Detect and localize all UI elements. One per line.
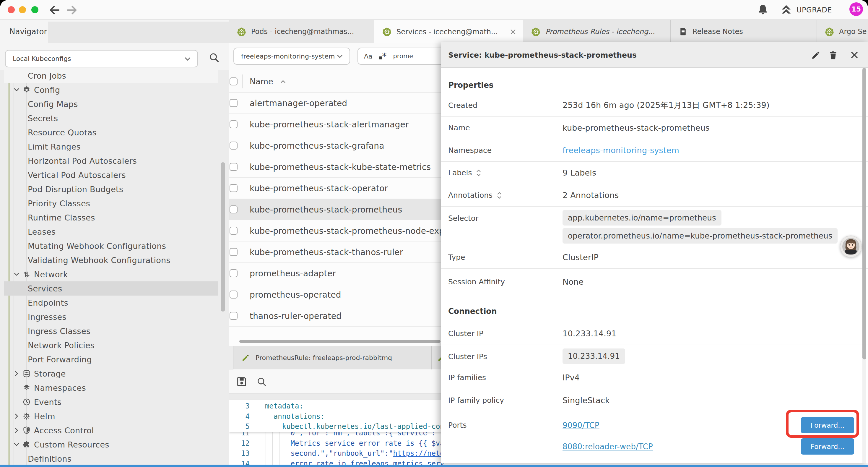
sidebar-item-config-maps[interactable]: Config Maps (4, 97, 218, 111)
sidebar-item-access-control[interactable]: Access Control (4, 423, 218, 437)
kubernetes-icon (825, 27, 834, 36)
sidebar-item-leases[interactable]: Leases (4, 225, 218, 239)
select-all-checkbox[interactable] (229, 78, 238, 85)
row-checkbox[interactable] (229, 227, 238, 235)
row-checkbox[interactable] (229, 269, 238, 277)
traffic-light-close[interactable] (8, 6, 15, 13)
sidebar-item-limit-ranges[interactable]: Limit Ranges (4, 140, 218, 154)
sidebar-item-port-forwarding[interactable]: Port Forwarding (4, 352, 218, 367)
upgrade-button[interactable]: UPGRADE (780, 0, 832, 20)
row-checkbox[interactable] (229, 248, 238, 256)
sidebar-item-runtime-classes[interactable]: Runtime Classes (4, 210, 218, 225)
sidebar-item-secrets[interactable]: Secrets (4, 111, 218, 125)
kubernetes-icon (382, 27, 392, 36)
search-icon[interactable] (209, 52, 220, 63)
user-avatar[interactable] (840, 236, 862, 258)
chevron-right-icon[interactable] (13, 370, 20, 377)
sidebar-item-definitions[interactable]: Definitions (4, 451, 218, 466)
line-number: 12 (229, 438, 250, 449)
tab-services-icecheng-math[interactable]: Services - icecheng@math... (374, 20, 523, 43)
editor-search-icon[interactable] (256, 377, 267, 387)
tab-pods-icecheng-mathmas[interactable]: Pods - icecheng@mathmas... (229, 20, 374, 43)
sidebar-item-mutating-webhook-configurations[interactable]: Mutating Webhook Configurations (4, 239, 218, 253)
traffic-light-minimize[interactable] (19, 6, 26, 13)
notifications-bell-icon[interactable] (756, 3, 769, 17)
config-icon (23, 86, 31, 94)
puzzle-icon (23, 440, 31, 449)
sidebar-item-config[interactable]: Config (4, 83, 218, 97)
drawer-scrollbar[interactable] (862, 68, 866, 359)
sidebar-item-namespaces[interactable]: Namespaces (4, 381, 218, 395)
dock-tab-prometheusrule-freeleaps-prod-rabbitmq[interactable]: PrometheusRule: freeleaps-prod-rabbitmq (233, 346, 432, 370)
chevron-right-icon[interactable] (13, 427, 20, 434)
chevron-down-icon[interactable] (13, 86, 20, 94)
tab-release-notes[interactable]: Release Notes (671, 20, 817, 43)
namespace-select[interactable]: freeleaps-monitoring-system (234, 48, 350, 65)
port-link[interactable]: 9090/TCP (562, 421, 599, 430)
tab-prometheus-rules-icecheng[interactable]: Prometheus Rules - icecheng... (523, 20, 671, 43)
kubeconfig-select[interactable]: Local Kubeconfigs (5, 50, 198, 67)
tab-argo-se[interactable]: Argo Se (817, 20, 868, 43)
sidebar-item-vertical-pod-autoscalers[interactable]: Vertical Pod Autoscalers (4, 168, 218, 182)
close-drawer-icon[interactable] (850, 50, 859, 60)
forward-button[interactable]: Forward... (801, 438, 854, 455)
sidebar-item-priority-classes[interactable]: Priority Classes (4, 196, 218, 210)
row-checkbox[interactable] (229, 291, 238, 298)
row-checkbox[interactable] (229, 312, 238, 320)
match-case-toggle[interactable]: Aa (364, 53, 373, 60)
sidebar-item-pod-disruption-budgets[interactable]: Pod Disruption Budgets (4, 182, 218, 196)
sidebar-item-cron-jobs[interactable]: Cron Jobs (4, 68, 218, 83)
sidebar-scrollbar[interactable] (221, 162, 225, 312)
tab-strip: Navigator Pods - icecheng@mathmas...Serv… (0, 20, 868, 43)
sidebar-item-label: Config Maps (28, 99, 78, 109)
chevron-down-icon[interactable] (13, 441, 20, 448)
back-arrow-icon[interactable] (49, 4, 61, 16)
traffic-light-zoom[interactable] (31, 6, 38, 13)
sidebar-item-network-policies[interactable]: Network Policies (4, 338, 218, 352)
drawer-row-value: 2 Annotations (562, 184, 868, 206)
value-text: 253d 16h 6m ago (2025年1月13日 GMT+8 1:25:3… (562, 100, 770, 111)
expand-toggle-icon[interactable] (496, 191, 502, 200)
row-checkbox[interactable] (229, 163, 238, 171)
drawer-row-value: 9090/TCPForward...8080:reloader-web/TCPF… (562, 417, 868, 463)
row-checkbox[interactable] (229, 120, 238, 128)
sidebar-item-endpoints[interactable]: Endpoints (4, 296, 218, 310)
port-link[interactable]: 8080:reloader-web/TCP (562, 442, 653, 451)
regex-toggle[interactable]: * (379, 52, 387, 60)
sidebar-item-label: Vertical Pod Autoscalers (28, 171, 126, 180)
sidebar-item-network[interactable]: Network (4, 267, 218, 282)
sidebar-item-label: Storage (34, 369, 66, 378)
sidebar-item-custom-resources[interactable]: Custom Resources (4, 437, 218, 451)
sidebar-item-validating-webhook-configurations[interactable]: Validating Webhook Configurations (4, 253, 218, 267)
drawer-row-value: None (562, 269, 868, 295)
drawer-row-value: kube-prometheus-stack-prometheus (562, 117, 868, 139)
chevron-down-icon[interactable] (13, 270, 20, 278)
sidebar-item-ingress-classes[interactable]: Ingress Classes (4, 324, 218, 338)
sidebar-item-horizontal-pod-autoscalers[interactable]: Horizontal Pod Autoscalers (4, 154, 218, 168)
edit-pencil-icon[interactable] (811, 50, 821, 60)
row-checkbox[interactable] (229, 142, 238, 150)
service-name-cell: prometheus-adapter (250, 263, 336, 284)
drawer-row-annotations: Annotations2 Annotations (441, 184, 868, 207)
expand-toggle-icon[interactable] (475, 169, 482, 177)
row-checkbox[interactable] (229, 205, 238, 213)
sidebar-item-services[interactable]: Services (4, 282, 218, 296)
delete-trash-icon[interactable] (829, 50, 838, 60)
table-horizontal-scrollbar[interactable] (239, 340, 440, 343)
forward-button[interactable]: Forward... (801, 417, 854, 433)
drawer-row-name: Namekube-prometheus-stack-prometheus (441, 117, 868, 139)
row-checkbox[interactable] (229, 184, 238, 192)
forward-arrow-icon[interactable] (66, 4, 78, 16)
sidebar-item-resource-quotas[interactable]: Resource Quotas (4, 125, 218, 140)
save-icon[interactable] (236, 376, 248, 387)
sidebar-item-events[interactable]: Events (4, 395, 218, 409)
namespace-link[interactable]: freeleaps-monitoring-system (562, 146, 679, 155)
chevron-right-icon[interactable] (13, 412, 20, 420)
sidebar-item-ingresses[interactable]: Ingresses (4, 310, 218, 324)
sidebar-item-helm[interactable]: Helm (4, 409, 218, 423)
close-tab-icon[interactable] (509, 28, 517, 35)
name-column-header[interactable]: Name (250, 70, 287, 92)
row-checkbox[interactable] (229, 99, 238, 107)
sidebar-item-label: Ingress Classes (28, 327, 90, 336)
sidebar-item-storage[interactable]: Storage (4, 367, 218, 381)
